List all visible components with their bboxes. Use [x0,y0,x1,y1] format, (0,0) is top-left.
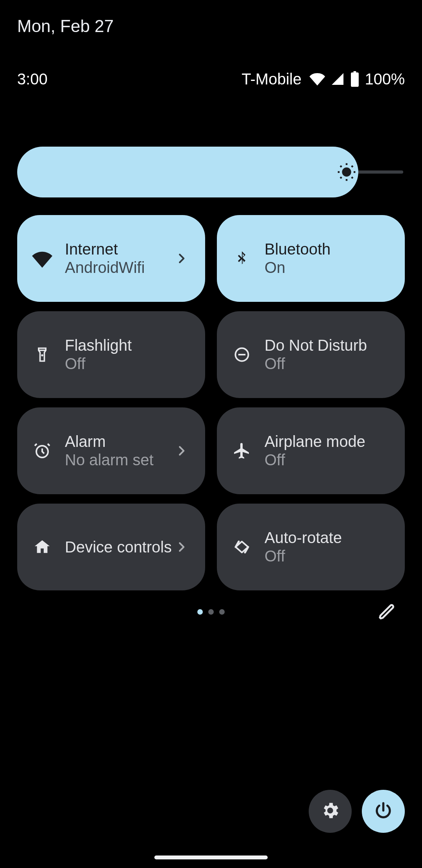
wifi-icon [30,247,54,270]
battery-percent: 100% [365,70,405,88]
tile-subtitle: Off [265,451,389,469]
tile-alarm[interactable]: Alarm No alarm set [17,407,205,494]
tile-airplane-mode[interactable]: Airplane mode Off [217,407,405,494]
date-label: Mon, Feb 27 [17,16,114,36]
settings-button[interactable] [309,790,352,833]
power-button[interactable] [362,790,405,833]
carrier-label: T-Mobile [241,70,301,88]
tile-subtitle: On [265,259,389,276]
tile-bluetooth[interactable]: Bluetooth On [217,215,405,302]
tile-auto-rotate[interactable]: Auto-rotate Off [217,504,405,590]
bluetooth-icon [230,247,254,270]
tile-title: Flashlight [65,337,190,354]
alarm-icon [30,439,54,463]
tile-subtitle: Off [65,355,190,373]
home-icon [30,535,54,559]
tile-title: Internet [65,240,174,258]
tile-text: Do Not Disturb Off [265,337,389,373]
tile-internet[interactable]: Internet AndroidWifi [17,215,205,302]
clock: 3:00 [17,70,48,88]
tile-title: Device controls [65,538,174,556]
tile-text: Airplane mode Off [265,433,389,469]
gear-icon [320,800,340,822]
chevron-right-icon[interactable] [174,539,190,555]
quick-settings-tiles: Internet AndroidWifi Bluetooth On Flashl… [17,215,405,590]
brightness-track[interactable] [17,147,405,197]
tile-subtitle: No alarm set [65,451,174,469]
tile-subtitle: AndroidWifi [65,259,174,276]
page-indicator [197,609,225,615]
tile-subtitle: Off [265,547,389,565]
tile-device-controls[interactable]: Device controls [17,504,205,590]
brightness-fill [17,147,358,197]
statusbar-right: T-Mobile 100% [241,70,405,88]
auto-rotate-icon [230,535,254,559]
tile-text: Alarm No alarm set [65,433,174,469]
edit-tiles-button[interactable] [376,601,399,623]
tile-title: Airplane mode [265,433,389,450]
page-dot-2[interactable] [208,609,214,615]
tile-title: Bluetooth [265,240,389,258]
brightness-icon [336,161,357,183]
tile-title: Alarm [65,433,174,450]
power-icon [374,801,393,822]
chevron-right-icon[interactable] [174,443,190,459]
home-indicator[interactable] [154,855,268,859]
svg-point-0 [343,169,350,176]
tile-subtitle: Off [265,355,389,373]
cellular-status-icon [331,72,345,86]
flashlight-icon [30,343,54,366]
page-dot-1[interactable] [197,609,203,615]
quick-settings-panel: Mon, Feb 27 3:00 T-Mobile 100% [0,0,422,868]
tile-dnd[interactable]: Do Not Disturb Off [217,311,405,398]
wifi-status-icon [309,71,325,87]
tile-text: Device controls [65,538,174,556]
status-bar: 3:00 T-Mobile 100% [17,68,405,90]
battery-status-icon [350,71,359,87]
tile-text: Flashlight Off [65,337,190,373]
tile-text: Internet AndroidWifi [65,240,174,276]
tile-text: Auto-rotate Off [265,529,389,565]
tile-title: Do Not Disturb [265,337,389,354]
chevron-right-icon[interactable] [174,251,190,266]
tile-text: Bluetooth On [265,240,389,276]
page-dot-3[interactable] [219,609,225,615]
brightness-slider[interactable] [17,147,405,197]
dnd-icon [230,343,254,366]
tile-title: Auto-rotate [265,529,389,547]
bottom-actions [309,790,405,833]
airplane-icon [230,439,254,463]
tile-flashlight[interactable]: Flashlight Off [17,311,205,398]
